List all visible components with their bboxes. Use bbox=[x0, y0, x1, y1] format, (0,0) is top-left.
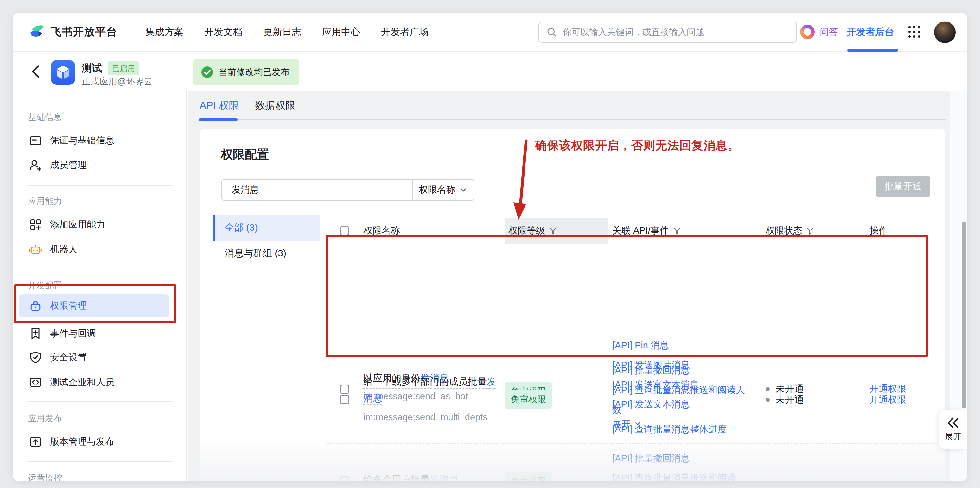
sidebar-item-bot[interactable]: 机器人 bbox=[19, 238, 169, 261]
nav-item-changelog[interactable]: 更新日志 bbox=[263, 25, 301, 39]
permission-name-cell: 给一个或多个部门的成员批量发消息 im:message:send_multi_d… bbox=[363, 374, 503, 423]
column-header-api[interactable]: 关联 API/事件 bbox=[612, 218, 681, 244]
sidebar-divider bbox=[27, 269, 173, 270]
sidebar-item-events[interactable]: 事件与回调 bbox=[19, 322, 169, 345]
cube-icon bbox=[51, 60, 75, 85]
permission-name-cell: 给多个用户批量发消息 bbox=[363, 472, 503, 481]
double-chevron-left-icon bbox=[947, 417, 960, 428]
qa-entry[interactable]: 问答 bbox=[800, 13, 838, 51]
filter-all[interactable]: 全部 (3) bbox=[213, 215, 320, 241]
app-subtitle: 正式应用@环界云 bbox=[82, 76, 153, 88]
annotation-text: 确保该权限开启，否则无法回复消息。 bbox=[535, 138, 740, 154]
permission-code: im:message:send_multi_depts bbox=[363, 412, 503, 423]
sidebar-item-label: 版本管理与发布 bbox=[50, 436, 115, 448]
capability-grid-icon bbox=[29, 218, 43, 232]
permission-name[interactable]: 给一个或多个部门的成员批量发消息 bbox=[363, 374, 503, 406]
nav-item-docs[interactable]: 开发文档 bbox=[204, 25, 242, 39]
status-cell: 未开通 bbox=[765, 393, 804, 407]
filter-funnel-icon[interactable] bbox=[673, 227, 681, 235]
published-banner: 当前修改均已发布 bbox=[193, 59, 299, 86]
qa-label: 问答 bbox=[819, 25, 838, 39]
bulk-open-button[interactable]: 批量开通 bbox=[876, 176, 930, 197]
nav-item-devplaza[interactable]: 开发者广场 bbox=[381, 25, 428, 39]
body-row: 基础信息 凭证与基础信息 成员管理 应用能力 bbox=[13, 91, 967, 481]
sidebar-item-test-org[interactable]: 测试企业和人员 bbox=[19, 371, 169, 394]
select-all-checkbox[interactable] bbox=[340, 226, 349, 236]
global-search-box[interactable]: 你可以输入关键词，或直接输入问题 bbox=[538, 22, 797, 43]
sidebar-section-basic: 基础信息 bbox=[28, 111, 62, 123]
check-circle-icon bbox=[201, 66, 213, 79]
api-link[interactable]: [API] Pin 消息 bbox=[612, 336, 748, 355]
row-checkbox[interactable] bbox=[340, 476, 349, 481]
nav-item-appcenter[interactable]: 应用中心 bbox=[322, 25, 360, 39]
sidebar-item-members[interactable]: 成员管理 bbox=[19, 154, 169, 177]
permission-name[interactable]: 给多个用户批量发消息 bbox=[363, 472, 503, 481]
nav-item-solutions[interactable]: 集成方案 bbox=[145, 25, 183, 39]
chevron-down-icon bbox=[459, 186, 468, 194]
code-brackets-icon bbox=[29, 376, 43, 389]
sidebar-item-label: 事件与回调 bbox=[50, 327, 96, 340]
column-header-action: 操作 bbox=[869, 218, 888, 244]
apps-grid-icon[interactable] bbox=[908, 26, 921, 39]
tab-data-permission[interactable]: 数据权限 bbox=[255, 91, 296, 120]
row-divider bbox=[327, 358, 935, 358]
browser-window: 飞书开放平台 集成方案 开发文档 更新日志 应用中心 开发者广场 你可以输入关键… bbox=[13, 13, 967, 481]
status-dot-icon bbox=[765, 398, 770, 402]
search-placeholder: 你可以输入关键词，或直接输入问题 bbox=[563, 26, 705, 38]
shield-check-icon bbox=[29, 351, 43, 364]
expand-panel-label: 展开 bbox=[945, 431, 962, 442]
api-link[interactable]: [API] 批量撤回消息 bbox=[612, 360, 746, 380]
filter-funnel-icon[interactable] bbox=[806, 227, 815, 235]
filter-funnel-icon[interactable] bbox=[549, 227, 557, 235]
api-link[interactable]: [API] 批量撤回消息 bbox=[612, 448, 746, 468]
api-link[interactable]: [API] 查询批量消息推送和阅读人数 bbox=[612, 380, 746, 419]
main-content: API 权限 数据权限 权限配置 确保该权限开启，否则无法回复消息。 权限名称 bbox=[188, 91, 967, 481]
sidebar-item-permissions[interactable]: 权限管理 bbox=[19, 294, 169, 317]
sidebar-item-add-capability[interactable]: 添加应用能力 bbox=[19, 213, 169, 236]
scrollbar-thumb[interactable] bbox=[962, 222, 966, 408]
level-badge: 免审权限 bbox=[505, 472, 552, 481]
brand[interactable]: 飞书开放平台 bbox=[29, 13, 117, 51]
column-header-status[interactable]: 权限状态 bbox=[765, 218, 815, 244]
api-link[interactable]: [API] 查询批量消息推送和阅读 bbox=[612, 468, 746, 481]
status-badge: 已启用 bbox=[108, 62, 139, 75]
column-header-level[interactable]: 权限等级 bbox=[508, 218, 557, 244]
permission-search: 权限名称 bbox=[221, 179, 474, 201]
tab-bottom-line bbox=[199, 119, 947, 120]
sidebar-divider bbox=[27, 401, 173, 402]
row-checkbox[interactable] bbox=[340, 385, 349, 394]
column-header-name[interactable]: 权限名称 bbox=[363, 218, 400, 244]
banner-text: 当前修改均已发布 bbox=[218, 66, 290, 78]
permission-card: 权限配置 确保该权限开启，否则无法回复消息。 权限名称 批量开通 bbox=[200, 129, 945, 481]
row-checkbox[interactable] bbox=[340, 395, 349, 404]
sidebar-item-label: 成员管理 bbox=[50, 159, 87, 171]
sidebar-section-capability: 应用能力 bbox=[28, 196, 62, 207]
lock-icon bbox=[29, 299, 43, 313]
expand-panel-button[interactable]: 展开 bbox=[939, 410, 967, 449]
app-header: 测试 已启用 正式应用@环界云 当前修改均已发布 bbox=[13, 52, 967, 91]
app-icon bbox=[51, 60, 75, 85]
sidebar-section-dev: 开发配置 bbox=[28, 280, 62, 291]
sidebar-item-credentials[interactable]: 凭证与基础信息 bbox=[19, 129, 169, 152]
sidebar-divider bbox=[27, 461, 173, 462]
sidebar-item-label: 机器人 bbox=[50, 243, 78, 256]
nav-active-indicator bbox=[847, 49, 898, 52]
user-avatar[interactable] bbox=[934, 21, 956, 43]
sidebar-item-security[interactable]: 安全设置 bbox=[19, 346, 169, 369]
api-link[interactable]: [API] 查询批量消息整体进度 bbox=[612, 419, 746, 439]
sidebar-item-version[interactable]: 版本管理与发布 bbox=[19, 430, 169, 453]
open-permission-link[interactable]: 开通权限 bbox=[869, 393, 906, 407]
developer-console-link[interactable]: 开发者后台 bbox=[846, 13, 894, 51]
publish-icon bbox=[29, 435, 43, 449]
qa-ring-icon bbox=[800, 25, 815, 39]
search-field-select[interactable]: 权限名称 bbox=[412, 180, 474, 200]
status-text: 未开通 bbox=[775, 393, 804, 406]
row-divider bbox=[327, 443, 935, 444]
robot-icon bbox=[29, 242, 43, 256]
back-icon[interactable] bbox=[29, 63, 43, 79]
permission-search-input[interactable] bbox=[222, 180, 412, 200]
level-badge: 免审权限 bbox=[505, 390, 552, 409]
filter-active-bar bbox=[213, 215, 215, 241]
filter-message-group[interactable]: 消息与群组 (3) bbox=[213, 241, 320, 266]
tab-api-permission[interactable]: API 权限 bbox=[200, 91, 239, 120]
